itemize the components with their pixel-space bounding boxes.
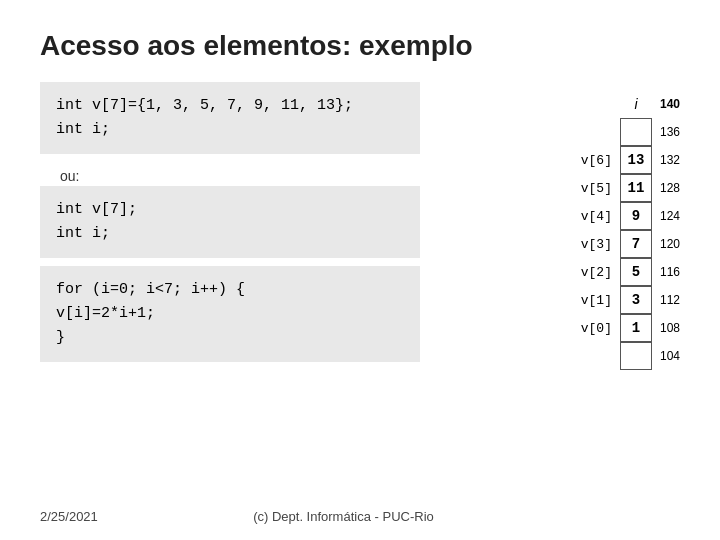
code-block-2: int v[7]; int i; <box>40 186 420 258</box>
array-label-v4: v[4] <box>581 202 616 230</box>
code-line: int v[7]={1, 3, 5, 7, 9, 11, 13}; <box>56 94 404 118</box>
addr-104: 104 <box>656 342 680 370</box>
array-cell-v5: 11 <box>620 174 652 202</box>
code-block-1: int v[7]={1, 3, 5, 7, 9, 11, 13}; int i; <box>40 82 420 154</box>
code-line: int v[7]; <box>56 198 404 222</box>
array-label-v6: v[6] <box>581 146 616 174</box>
array-label-v2: v[2] <box>581 258 616 286</box>
array-cell-v1: 3 <box>620 286 652 314</box>
footer-date: 2/25/2021 <box>40 509 98 524</box>
code-line: int i; <box>56 222 404 246</box>
array-label-empty2 <box>612 342 616 370</box>
addr-128: 128 <box>656 174 680 202</box>
code-line: v[i]=2*i+1; <box>56 302 404 326</box>
array-cells: i 13 11 9 7 5 3 1 <box>620 90 652 370</box>
array-cell-empty1 <box>620 118 652 146</box>
array-label-v1: v[1] <box>581 286 616 314</box>
array-label-v3: v[3] <box>581 230 616 258</box>
code-block-3: for (i=0; i<7; i++) { v[i]=2*i+1; } <box>40 266 420 362</box>
slide: Acesso aos elementos: exemplo int v[7]={… <box>0 0 720 540</box>
array-cell-empty2 <box>620 342 652 370</box>
addr-108: 108 <box>656 314 680 342</box>
footer: 2/25/2021 (c) Dept. Informática - PUC-Ri… <box>40 509 434 524</box>
array-label-v0: v[0] <box>581 314 616 342</box>
array-cell-v0: 1 <box>620 314 652 342</box>
array-label-empty1 <box>612 118 616 146</box>
array-addresses: 140 136 132 128 124 120 116 112 108 104 <box>656 90 680 370</box>
addr-112: 112 <box>656 286 680 314</box>
code-line: int i; <box>56 118 404 142</box>
code-line: } <box>56 326 404 350</box>
array-cell-v2: 5 <box>620 258 652 286</box>
array-label-v5: v[5] <box>581 174 616 202</box>
array-cell-v3: 7 <box>620 230 652 258</box>
array-index-labels: v[6] v[5] v[4] v[3] v[2] v[1] v[0] <box>581 90 616 370</box>
i-header: i <box>620 90 652 118</box>
addr-140: 140 <box>656 90 680 118</box>
addr-120: 120 <box>656 230 680 258</box>
slide-title: Acesso aos elementos: exemplo <box>40 30 680 62</box>
i-label <box>612 90 616 118</box>
array-visualization: v[6] v[5] v[4] v[3] v[2] v[1] v[0] i 13 … <box>581 90 680 370</box>
addr-116: 116 <box>656 258 680 286</box>
addr-136: 136 <box>656 118 680 146</box>
array-cell-v4: 9 <box>620 202 652 230</box>
footer-center: (c) Dept. Informática - PUC-Rio <box>253 509 434 524</box>
addr-132: 132 <box>656 146 680 174</box>
array-cell-v6: 13 <box>620 146 652 174</box>
code-line: for (i=0; i<7; i++) { <box>56 278 404 302</box>
addr-124: 124 <box>656 202 680 230</box>
